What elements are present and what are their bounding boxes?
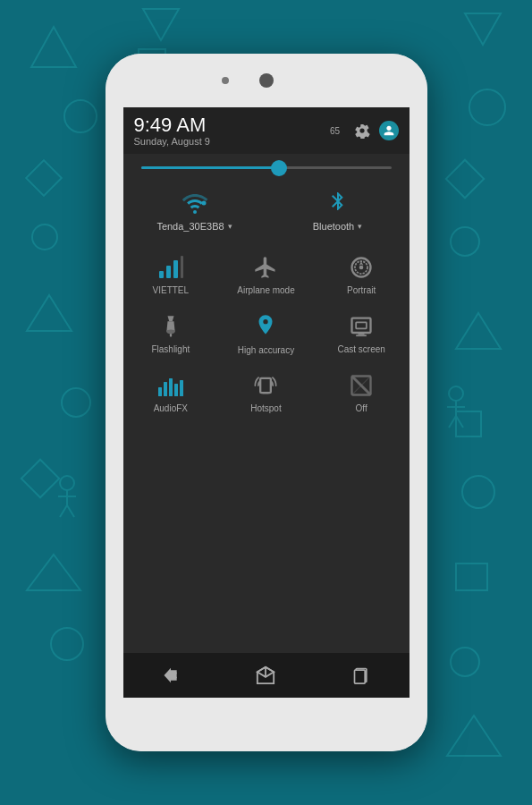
phone-frame: 9:49 AM Sunday, August 9 65: [106, 54, 427, 751]
wifi-dropdown-arrow[interactable]: ▾: [228, 222, 232, 231]
bluetooth-toggle[interactable]: Bluetooth ▾: [266, 191, 410, 241]
wifi-toggle[interactable]: Tenda_30E3B8 ▾: [123, 191, 266, 241]
viettel-label: VIETTEL: [153, 285, 190, 295]
svg-point-11: [51, 628, 83, 660]
svg-rect-47: [356, 335, 367, 337]
home-button[interactable]: [248, 662, 283, 689]
bluetooth-label: Bluetooth: [313, 221, 354, 232]
tile-hotspot[interactable]: Hotspot: [218, 362, 314, 420]
airplane-icon: [253, 255, 278, 280]
svg-rect-37: [181, 256, 183, 278]
wifi-bluetooth-row: Tenda_30E3B8 ▾ Bluetooth ▾: [123, 182, 410, 241]
hotspot-label: Hotspot: [250, 403, 281, 413]
svg-point-33: [201, 201, 206, 206]
svg-marker-22: [447, 716, 501, 756]
quick-settings-panel: Tenda_30E3B8 ▾ Bluetooth ▾: [123, 154, 410, 698]
svg-point-8: [62, 388, 90, 417]
portrait-icon: [349, 255, 374, 280]
bottom-navigation: [123, 653, 410, 698]
battery-indicator: 65: [325, 121, 345, 140]
cast-icon: [349, 314, 374, 339]
svg-rect-18: [456, 411, 481, 436]
status-bar: 9:49 AM Sunday, August 9 65: [123, 107, 410, 154]
svg-rect-48: [158, 387, 162, 396]
svg-rect-15: [446, 160, 484, 198]
bluetooth-dropdown-arrow[interactable]: ▾: [358, 222, 362, 231]
svg-line-31: [60, 505, 67, 517]
svg-rect-4: [26, 160, 62, 196]
svg-marker-13: [465, 13, 501, 45]
svg-rect-36: [173, 260, 178, 278]
location-icon: [254, 313, 277, 340]
svg-rect-51: [174, 384, 178, 396]
svg-rect-46: [359, 333, 365, 335]
svg-point-28: [60, 476, 74, 490]
flashlight-label: Flashlight: [151, 344, 190, 354]
svg-point-21: [451, 648, 479, 676]
svg-point-43: [264, 319, 268, 324]
wifi-icon: [181, 191, 209, 216]
highaccuracy-label: High accuracy: [238, 345, 294, 355]
svg-rect-44: [352, 318, 371, 333]
off-label: Off: [356, 403, 367, 413]
svg-rect-35: [166, 266, 171, 278]
phone-bottom-bezel: [106, 698, 427, 751]
phone-speaker: [222, 77, 229, 84]
time-display: 9:49 AM: [134, 114, 210, 136]
date-display: Sunday, August 9: [134, 136, 210, 147]
svg-point-19: [462, 476, 494, 508]
svg-rect-50: [169, 378, 173, 396]
svg-rect-34: [159, 271, 164, 278]
quick-tiles-grid: VIETTEL Airplane mode: [123, 241, 410, 424]
svg-rect-54: [263, 392, 269, 394]
tile-portrait[interactable]: Portrait: [314, 244, 410, 302]
back-button[interactable]: [153, 662, 189, 689]
svg-rect-64: [355, 670, 366, 683]
tile-off[interactable]: Off: [314, 362, 410, 420]
svg-line-26: [449, 416, 456, 428]
svg-point-23: [449, 386, 463, 401]
svg-point-40: [359, 266, 364, 270]
hotspot-icon: [253, 373, 278, 398]
phone-screen: 9:49 AM Sunday, August 9 65: [123, 107, 410, 698]
brightness-fill: [141, 166, 279, 169]
settings-icon[interactable]: [352, 121, 372, 140]
svg-marker-2: [143, 9, 179, 40]
recents-button[interactable]: [343, 662, 379, 689]
portrait-label: Portrait: [347, 285, 376, 295]
svg-point-14: [469, 89, 505, 125]
phone-camera: [259, 73, 274, 88]
tile-flashlight[interactable]: Flashlight: [123, 302, 219, 362]
svg-rect-52: [180, 380, 183, 396]
user-account-icon[interactable]: [379, 121, 399, 140]
svg-marker-20: [456, 564, 487, 590]
svg-point-16: [451, 227, 479, 256]
svg-point-42: [166, 330, 174, 335]
wifi-network-name: Tenda_30E3B8: [156, 221, 224, 232]
audiofx-label: AudioFX: [154, 403, 188, 413]
status-left: 9:49 AM Sunday, August 9: [134, 114, 210, 147]
tile-castscreen[interactable]: Cast screen: [314, 302, 410, 362]
svg-rect-53: [261, 378, 272, 393]
brightness-track[interactable]: [141, 166, 392, 169]
svg-line-27: [456, 416, 463, 428]
svg-rect-45: [356, 323, 367, 329]
svg-point-6: [32, 225, 57, 250]
svg-rect-9: [21, 460, 59, 497]
bluetooth-icon: [327, 191, 349, 216]
svg-marker-17: [456, 313, 501, 349]
tile-airplane[interactable]: Airplane mode: [218, 244, 314, 302]
signal-icon: [157, 255, 184, 280]
tile-audiofx[interactable]: AudioFX: [123, 362, 219, 420]
svg-point-3: [64, 100, 97, 132]
bluetooth-label-row: Bluetooth ▾: [313, 221, 362, 232]
audiofx-icon: [157, 373, 184, 398]
tile-highaccuracy[interactable]: High accuracy: [218, 302, 314, 362]
status-right: 65: [325, 121, 399, 140]
svg-rect-49: [164, 382, 167, 396]
svg-marker-7: [27, 295, 72, 331]
airplane-label: Airplane mode: [237, 285, 294, 295]
tile-viettel[interactable]: VIETTEL: [123, 244, 219, 302]
brightness-slider-row[interactable]: [123, 154, 410, 182]
brightness-thumb[interactable]: [271, 160, 287, 176]
